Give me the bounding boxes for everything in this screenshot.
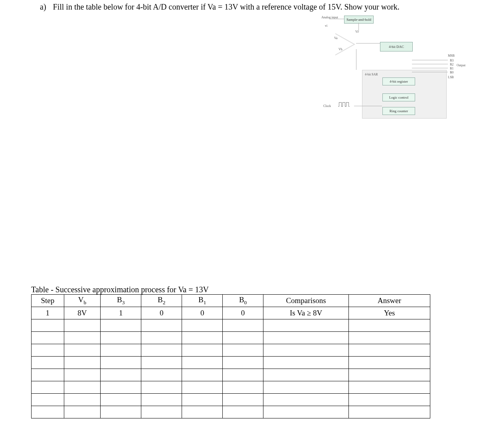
cell-vb xyxy=(64,357,101,369)
cell-b0 xyxy=(223,406,263,418)
sar-label: 4-bit SAR xyxy=(365,73,378,76)
cell-ans xyxy=(349,369,430,381)
cell-vb xyxy=(64,344,101,357)
cell-b2 xyxy=(141,332,182,344)
cell-vb xyxy=(64,394,101,406)
cell-step: 1 xyxy=(32,307,64,319)
table-row xyxy=(32,369,430,381)
cell-b2: 0 xyxy=(141,307,182,319)
cell-b0 xyxy=(223,332,263,344)
cell-comp xyxy=(263,369,349,381)
comparator-vb: Vb xyxy=(338,48,342,51)
cell-ans xyxy=(349,381,430,394)
cell-step xyxy=(32,344,64,357)
cell-b1 xyxy=(182,394,223,406)
table-row xyxy=(32,381,430,394)
table-row xyxy=(32,344,430,357)
bit-b3: B3 xyxy=(450,59,453,62)
cell-ans: Yes xyxy=(349,307,430,319)
table-row: 18V1000Is Va ≥ 8VYes xyxy=(32,307,430,319)
cell-b0 xyxy=(223,394,263,406)
cell-comp xyxy=(263,394,349,406)
cell-b2 xyxy=(141,394,182,406)
table-row xyxy=(32,332,430,344)
cell-b3 xyxy=(101,357,141,369)
register-box: 4-bit register xyxy=(382,77,415,85)
cell-b0 xyxy=(223,357,263,369)
cell-step xyxy=(32,369,64,381)
cell-step xyxy=(32,406,64,418)
cell-b0 xyxy=(223,369,263,381)
comparator-icon xyxy=(335,33,355,56)
cell-comp xyxy=(263,319,349,332)
sample-and-hold-box: Sample-and-hold xyxy=(344,16,374,24)
cell-comp xyxy=(263,406,349,418)
cell-b2 xyxy=(141,344,182,357)
block-diagram: Analog input vi Sample-and-hold Vi Va Vb… xyxy=(316,14,468,130)
cell-ans xyxy=(349,394,430,406)
col-comp: Comparisons xyxy=(263,295,349,307)
table-row xyxy=(32,406,430,418)
table-caption: Table - Successive approximation process… xyxy=(31,285,430,294)
cell-vb xyxy=(64,332,101,344)
col-vb: Vb xyxy=(64,295,101,307)
ring-box: Ring counter xyxy=(382,107,415,115)
bit-b1: B1 xyxy=(450,67,453,70)
cell-step xyxy=(32,381,64,394)
bit-b0: B0 xyxy=(450,71,453,74)
cell-b2 xyxy=(141,381,182,394)
question-text: a) Fill in the table below for 4-bit A/D… xyxy=(40,2,455,12)
cell-b1 xyxy=(182,381,223,394)
cell-b0 xyxy=(223,344,263,357)
col-b3: B3 xyxy=(101,295,141,307)
cell-ans xyxy=(349,344,430,357)
logic-label: Logic control xyxy=(389,95,409,99)
col-b0: B0 xyxy=(223,295,263,307)
cell-b0 xyxy=(223,319,263,332)
cell-b1 xyxy=(182,406,223,418)
cell-b0: 0 xyxy=(223,307,263,319)
cell-b3 xyxy=(101,394,141,406)
clock-label: Clock xyxy=(323,104,331,108)
cell-step xyxy=(32,394,64,406)
col-b2: B2 xyxy=(141,295,182,307)
dac-box: 4-bit DAC xyxy=(380,42,413,52)
register-label: 4-bit register xyxy=(390,79,408,83)
col-ans: Answer xyxy=(349,295,430,307)
cell-vb: 8V xyxy=(64,307,101,319)
table-row xyxy=(32,319,430,332)
cell-comp xyxy=(263,357,349,369)
cell-b2 xyxy=(141,369,182,381)
logic-box: Logic control xyxy=(382,93,415,101)
cell-step xyxy=(32,357,64,369)
cell-vb xyxy=(64,319,101,332)
bit-b2: B2 xyxy=(450,63,453,66)
cell-b3 xyxy=(101,332,141,344)
col-step: Step xyxy=(32,295,64,307)
cell-vb xyxy=(64,406,101,418)
cell-b1 xyxy=(182,357,223,369)
cell-b0 xyxy=(223,381,263,394)
cell-vb xyxy=(64,381,101,394)
cell-b3 xyxy=(101,406,141,418)
lsb-label: LSB xyxy=(448,75,454,79)
comparator-va: Va xyxy=(334,36,337,40)
question-marker: a) xyxy=(40,2,46,12)
sar-table: Step Vb B3 B2 B1 B0 Comparisons Answer 1… xyxy=(31,294,430,418)
cell-step xyxy=(32,332,64,344)
table-row xyxy=(32,357,430,369)
cell-b1: 0 xyxy=(182,307,223,319)
cell-b3 xyxy=(101,381,141,394)
cell-ans xyxy=(349,357,430,369)
sample-and-hold-label: Sample-and-hold xyxy=(346,18,371,22)
cell-ans xyxy=(349,406,430,418)
cell-b3 xyxy=(101,344,141,357)
output-label: Output xyxy=(457,63,465,67)
question-body: Fill in the table below for 4-bit A/D co… xyxy=(53,2,400,11)
analog-input-symbol: vi xyxy=(325,24,327,28)
ring-label: Ring counter xyxy=(390,109,408,113)
cell-vb xyxy=(64,369,101,381)
cell-ans xyxy=(349,319,430,332)
cell-b3 xyxy=(101,369,141,381)
comparator-top: Vi xyxy=(355,30,358,34)
